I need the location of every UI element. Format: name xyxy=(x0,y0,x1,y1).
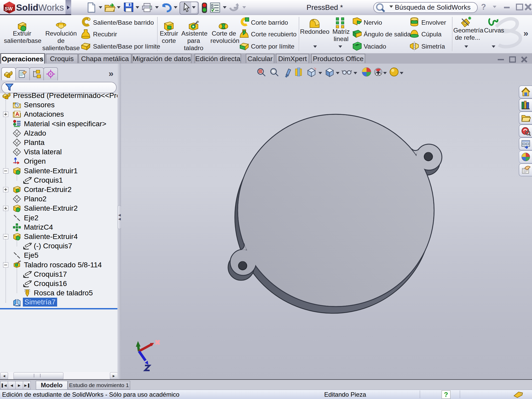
svg-text:SW: SW xyxy=(4,6,13,11)
